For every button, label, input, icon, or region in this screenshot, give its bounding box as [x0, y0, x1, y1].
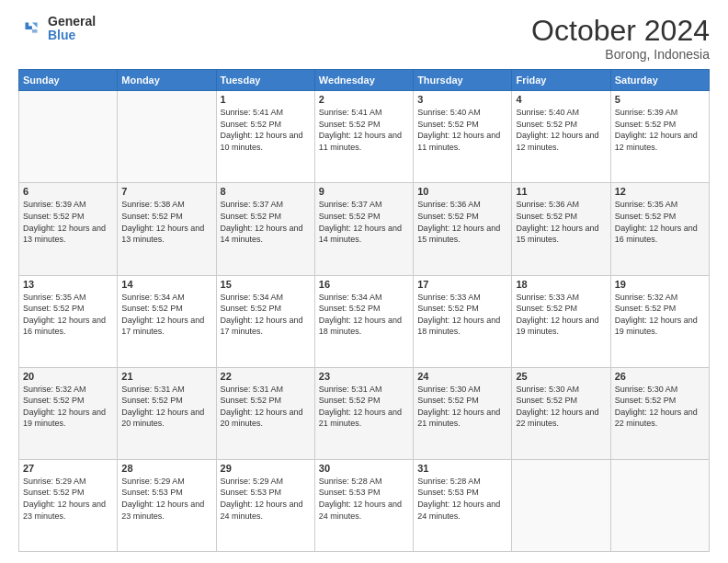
day-info: Sunrise: 5:34 AM Sunset: 5:52 PM Dayligh…	[319, 292, 409, 338]
day-number: 14	[121, 279, 211, 290]
day-number: 29	[221, 463, 311, 474]
day-info: Sunrise: 5:32 AM Sunset: 5:52 PM Dayligh…	[615, 292, 705, 338]
week-row-0: 1Sunrise: 5:41 AM Sunset: 5:52 PM Daylig…	[19, 91, 710, 183]
day-cell: 10Sunrise: 5:36 AM Sunset: 5:52 PM Dayli…	[414, 183, 512, 275]
day-info: Sunrise: 5:31 AM Sunset: 5:52 PM Dayligh…	[319, 384, 409, 430]
week-row-2: 13Sunrise: 5:35 AM Sunset: 5:52 PM Dayli…	[19, 275, 710, 367]
day-cell: 20Sunrise: 5:32 AM Sunset: 5:52 PM Dayli…	[19, 367, 118, 459]
weekday-header-wednesday: Wednesday	[314, 70, 413, 91]
day-info: Sunrise: 5:30 AM Sunset: 5:52 PM Dayligh…	[516, 384, 606, 430]
day-cell: 25Sunrise: 5:30 AM Sunset: 5:52 PM Dayli…	[512, 367, 610, 459]
day-number: 8	[221, 186, 311, 197]
day-number: 26	[615, 371, 705, 382]
day-info: Sunrise: 5:31 AM Sunset: 5:52 PM Dayligh…	[221, 384, 311, 430]
day-cell: 14Sunrise: 5:34 AM Sunset: 5:52 PM Dayli…	[118, 275, 216, 367]
day-info: Sunrise: 5:33 AM Sunset: 5:52 PM Dayligh…	[516, 292, 606, 338]
day-info: Sunrise: 5:38 AM Sunset: 5:52 PM Dayligh…	[121, 199, 211, 245]
day-info: Sunrise: 5:41 AM Sunset: 5:52 PM Dayligh…	[221, 107, 311, 153]
day-cell: 1Sunrise: 5:41 AM Sunset: 5:52 PM Daylig…	[216, 91, 314, 183]
day-cell: 4Sunrise: 5:40 AM Sunset: 5:52 PM Daylig…	[512, 91, 610, 183]
day-cell: 16Sunrise: 5:34 AM Sunset: 5:52 PM Dayli…	[314, 275, 413, 367]
day-number: 31	[417, 463, 507, 474]
day-number: 23	[319, 371, 409, 382]
week-row-3: 20Sunrise: 5:32 AM Sunset: 5:52 PM Dayli…	[19, 367, 710, 459]
weekday-header-friday: Friday	[512, 70, 610, 91]
day-cell: 19Sunrise: 5:32 AM Sunset: 5:52 PM Dayli…	[610, 275, 709, 367]
day-info: Sunrise: 5:37 AM Sunset: 5:52 PM Dayligh…	[319, 199, 409, 245]
day-number: 15	[221, 279, 311, 290]
day-cell: 29Sunrise: 5:29 AM Sunset: 5:53 PM Dayli…	[216, 459, 314, 551]
logo: General Blue	[18, 15, 96, 43]
title-block: October 2024 Borong, Indonesia	[531, 15, 710, 62]
day-cell: 18Sunrise: 5:33 AM Sunset: 5:52 PM Dayli…	[512, 275, 610, 367]
day-info: Sunrise: 5:31 AM Sunset: 5:52 PM Dayligh…	[121, 384, 211, 430]
day-info: Sunrise: 5:28 AM Sunset: 5:53 PM Dayligh…	[417, 476, 507, 522]
logo-icon	[18, 16, 44, 41]
day-cell: 8Sunrise: 5:37 AM Sunset: 5:52 PM Daylig…	[216, 183, 314, 275]
day-number: 1	[221, 94, 311, 105]
day-info: Sunrise: 5:39 AM Sunset: 5:52 PM Dayligh…	[23, 199, 113, 245]
day-info: Sunrise: 5:32 AM Sunset: 5:52 PM Dayligh…	[23, 384, 113, 430]
day-info: Sunrise: 5:29 AM Sunset: 5:52 PM Dayligh…	[23, 476, 113, 522]
day-info: Sunrise: 5:33 AM Sunset: 5:52 PM Dayligh…	[417, 292, 507, 338]
calendar-table: SundayMondayTuesdayWednesdayThursdayFrid…	[18, 69, 710, 552]
day-info: Sunrise: 5:34 AM Sunset: 5:52 PM Dayligh…	[121, 292, 211, 338]
day-info: Sunrise: 5:40 AM Sunset: 5:52 PM Dayligh…	[417, 107, 507, 153]
day-info: Sunrise: 5:30 AM Sunset: 5:52 PM Dayligh…	[417, 384, 507, 430]
page: General Blue October 2024 Borong, Indone…	[0, 0, 728, 563]
day-cell: 17Sunrise: 5:33 AM Sunset: 5:52 PM Dayli…	[414, 275, 512, 367]
day-number: 25	[516, 371, 606, 382]
day-cell: 31Sunrise: 5:28 AM Sunset: 5:53 PM Dayli…	[414, 459, 512, 551]
day-cell: 27Sunrise: 5:29 AM Sunset: 5:52 PM Dayli…	[19, 459, 118, 551]
day-number: 30	[319, 463, 409, 474]
month-title: October 2024	[531, 15, 710, 47]
weekday-header-monday: Monday	[118, 70, 216, 91]
day-cell	[118, 91, 216, 183]
day-number: 19	[615, 279, 705, 290]
day-info: Sunrise: 5:41 AM Sunset: 5:52 PM Dayligh…	[319, 107, 409, 153]
weekday-header-sunday: Sunday	[19, 70, 118, 91]
day-number: 5	[615, 94, 705, 105]
day-info: Sunrise: 5:28 AM Sunset: 5:53 PM Dayligh…	[319, 476, 409, 522]
logo-text: General Blue	[48, 15, 96, 43]
day-info: Sunrise: 5:35 AM Sunset: 5:52 PM Dayligh…	[615, 199, 705, 245]
day-info: Sunrise: 5:39 AM Sunset: 5:52 PM Dayligh…	[615, 107, 705, 153]
day-cell: 21Sunrise: 5:31 AM Sunset: 5:52 PM Dayli…	[118, 367, 216, 459]
day-cell: 2Sunrise: 5:41 AM Sunset: 5:52 PM Daylig…	[314, 91, 413, 183]
location: Borong, Indonesia	[531, 47, 710, 62]
day-number: 21	[121, 371, 211, 382]
day-cell: 6Sunrise: 5:39 AM Sunset: 5:52 PM Daylig…	[19, 183, 118, 275]
day-number: 20	[23, 371, 113, 382]
day-info: Sunrise: 5:34 AM Sunset: 5:52 PM Dayligh…	[221, 292, 311, 338]
day-number: 3	[417, 94, 507, 105]
day-info: Sunrise: 5:29 AM Sunset: 5:53 PM Dayligh…	[121, 476, 211, 522]
day-cell: 7Sunrise: 5:38 AM Sunset: 5:52 PM Daylig…	[118, 183, 216, 275]
weekday-header-saturday: Saturday	[610, 70, 709, 91]
day-cell	[610, 459, 709, 551]
day-number: 2	[319, 94, 409, 105]
day-number: 18	[516, 279, 606, 290]
day-info: Sunrise: 5:40 AM Sunset: 5:52 PM Dayligh…	[516, 107, 606, 153]
day-number: 7	[121, 186, 211, 197]
day-cell: 3Sunrise: 5:40 AM Sunset: 5:52 PM Daylig…	[414, 91, 512, 183]
day-cell: 23Sunrise: 5:31 AM Sunset: 5:52 PM Dayli…	[314, 367, 413, 459]
day-cell: 13Sunrise: 5:35 AM Sunset: 5:52 PM Dayli…	[19, 275, 118, 367]
day-cell: 5Sunrise: 5:39 AM Sunset: 5:52 PM Daylig…	[610, 91, 709, 183]
day-cell: 28Sunrise: 5:29 AM Sunset: 5:53 PM Dayli…	[118, 459, 216, 551]
day-info: Sunrise: 5:30 AM Sunset: 5:52 PM Dayligh…	[615, 384, 705, 430]
header: General Blue October 2024 Borong, Indone…	[18, 15, 710, 62]
day-number: 12	[615, 186, 705, 197]
day-cell: 24Sunrise: 5:30 AM Sunset: 5:52 PM Dayli…	[414, 367, 512, 459]
day-cell: 30Sunrise: 5:28 AM Sunset: 5:53 PM Dayli…	[314, 459, 413, 551]
day-number: 11	[516, 186, 606, 197]
day-info: Sunrise: 5:29 AM Sunset: 5:53 PM Dayligh…	[221, 476, 311, 522]
day-number: 6	[23, 186, 113, 197]
weekday-header-thursday: Thursday	[414, 70, 512, 91]
weekday-header-row: SundayMondayTuesdayWednesdayThursdayFrid…	[19, 70, 710, 91]
day-info: Sunrise: 5:35 AM Sunset: 5:52 PM Dayligh…	[23, 292, 113, 338]
day-number: 27	[23, 463, 113, 474]
weekday-header-tuesday: Tuesday	[216, 70, 314, 91]
logo-blue-text: Blue	[48, 29, 96, 42]
logo-general-text: General	[48, 15, 96, 29]
day-number: 10	[417, 186, 507, 197]
